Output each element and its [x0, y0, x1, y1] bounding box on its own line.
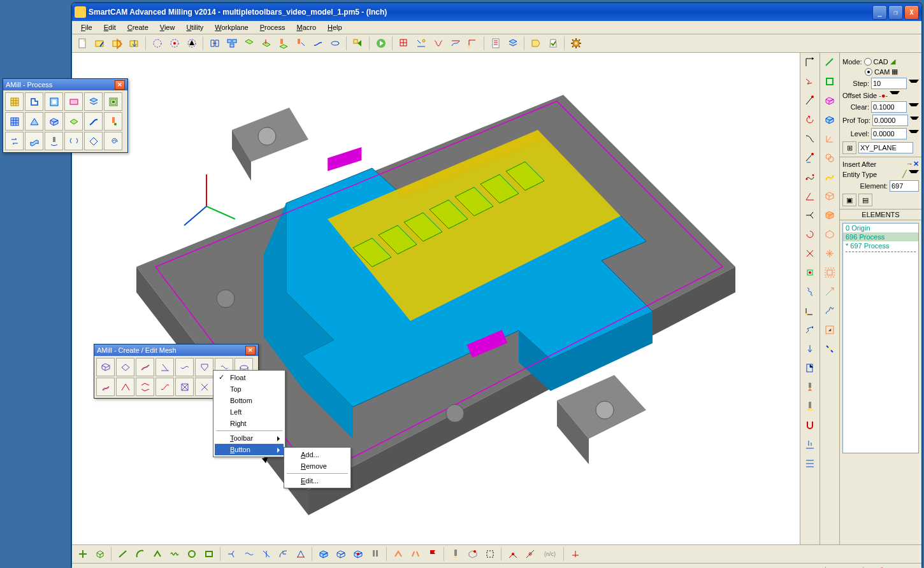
workplane2-icon[interactable]	[258, 35, 275, 52]
rt2-arrow-box-icon[interactable]	[821, 321, 839, 339]
rt-curve-down-icon[interactable]	[801, 130, 819, 148]
rt2-rect-icon[interactable]	[821, 73, 839, 90]
bt-axes-icon[interactable]	[567, 546, 584, 562]
bt-tool-icon[interactable]	[447, 546, 464, 562]
list-item-696[interactable]: 696 Process	[843, 232, 918, 241]
menu-create[interactable]: Create	[122, 22, 154, 32]
list-item-origin[interactable]: 0 Origin	[843, 224, 918, 232]
profile-icon[interactable]	[310, 35, 326, 52]
panels-icon[interactable]	[224, 35, 240, 52]
context-menu-dock[interactable]: Float Top Bottom Left Right Toolbar Butt…	[213, 370, 285, 457]
step-dropdown[interactable]	[909, 80, 919, 88]
rt-zigpath-icon[interactable]	[801, 321, 819, 339]
bt-line-icon[interactable]	[115, 546, 131, 562]
fm-meshE-icon[interactable]	[195, 378, 213, 396]
rt-lines-icon[interactable]	[801, 455, 819, 472]
rt2-box-blue-icon[interactable]	[821, 111, 839, 129]
float-process[interactable]: AMill - Process ✕	[3, 78, 128, 153]
fm-mesh5-icon[interactable]	[175, 358, 194, 376]
offset-dropdown[interactable]	[890, 91, 900, 99]
grid-move-icon[interactable]	[396, 35, 412, 52]
fm-mesh1-icon[interactable]	[96, 358, 115, 376]
bt-snap-icon[interactable]	[505, 546, 521, 562]
merge-icon[interactable]	[206, 35, 223, 52]
ctx-remove[interactable]: Remove	[285, 460, 349, 472]
bt-redflag-icon[interactable]	[424, 546, 441, 562]
fp-profile-icon[interactable]	[25, 92, 43, 111]
fp-swap-icon[interactable]	[5, 132, 24, 150]
select-loop-icon[interactable]	[149, 35, 166, 52]
rt-doc-icon[interactable]	[801, 359, 819, 377]
bt-trim-icon[interactable]	[224, 546, 240, 562]
rt-zigzag-icon[interactable]	[801, 73, 819, 90]
clear-dropdown[interactable]	[909, 103, 919, 111]
menu-help[interactable]: Help	[322, 22, 347, 32]
bt-split-icon[interactable]	[258, 546, 275, 562]
fm-meshA-icon[interactable]	[116, 378, 134, 396]
proftop-dropdown[interactable]	[910, 117, 919, 125]
fm-mesh2-icon[interactable]	[116, 358, 134, 376]
fp-planar-icon[interactable]	[64, 112, 83, 131]
rt2-shade-icon[interactable]	[821, 206, 839, 224]
rt-helix-icon[interactable]	[801, 283, 819, 301]
menu-file[interactable]: File	[76, 22, 97, 32]
rt-magnet-icon[interactable]	[801, 416, 819, 434]
elem-btn-1[interactable]: ▣	[842, 194, 856, 206]
level-dropdown[interactable]	[909, 130, 919, 138]
layers-icon[interactable]	[505, 35, 521, 52]
fp-mill-icon[interactable]	[104, 112, 122, 131]
rt2-wire-icon[interactable]	[821, 187, 839, 205]
ctx-left[interactable]: Left	[215, 406, 284, 418]
rt2-curve-icon[interactable]	[821, 168, 839, 186]
select-arrow-icon[interactable]	[184, 35, 200, 52]
ctx-add[interactable]: Add...	[285, 449, 349, 460]
bt-box3d-icon[interactable]	[315, 546, 332, 562]
tool-icon[interactable]	[275, 35, 292, 52]
menu-edit[interactable]: Edit	[99, 22, 121, 32]
ctx-toolbar[interactable]: Toolbar	[215, 432, 284, 444]
play-green-icon[interactable]	[373, 35, 389, 52]
ctx-button[interactable]: Button	[215, 444, 284, 455]
select-dot-icon[interactable]	[166, 35, 183, 52]
rt2-line-icon[interactable]	[821, 53, 839, 71]
fp-tiers-icon[interactable]	[84, 92, 103, 111]
fp-face-icon[interactable]	[64, 92, 83, 111]
rt-arrow-down-icon[interactable]	[801, 340, 819, 358]
rt-axis-origin-icon[interactable]	[801, 302, 819, 320]
float-process-close[interactable]: ✕	[115, 80, 125, 90]
fm-meshB-icon[interactable]	[136, 378, 154, 396]
bt-tools-icon[interactable]	[367, 546, 384, 562]
align-icon[interactable]	[413, 35, 430, 52]
ctx-right[interactable]: Right	[215, 418, 284, 429]
viewport-3d[interactable]	[72, 53, 800, 544]
convert-icon[interactable]	[350, 35, 366, 52]
bt-nvc-icon[interactable]: (n/c)	[539, 546, 561, 562]
bt-wave-icon[interactable]	[166, 546, 183, 562]
bt-cross-icon[interactable]	[75, 546, 91, 562]
ctx-top[interactable]: Top	[215, 383, 284, 395]
rt2-diag-icon[interactable]	[821, 283, 839, 301]
bt-cube-icon[interactable]	[92, 546, 108, 562]
snap-corner-icon[interactable]	[465, 35, 481, 52]
rt-snap-green-icon[interactable]	[801, 264, 819, 281]
save-icon[interactable]	[126, 35, 143, 52]
menu-workplane[interactable]: Workplane	[210, 22, 253, 32]
bt-arc-icon[interactable]	[132, 546, 148, 562]
bt-chev3-icon[interactable]	[407, 546, 424, 562]
element-input[interactable]	[890, 180, 919, 192]
rt2-iso-icon[interactable]	[821, 225, 839, 243]
loop-icon[interactable]	[327, 35, 343, 52]
bt-rect-icon[interactable]	[201, 546, 217, 562]
maximize-button[interactable]: ❐	[888, 5, 903, 20]
rt-tool-bar-icon[interactable]	[801, 397, 819, 415]
bt-chev2-icon[interactable]	[390, 546, 407, 562]
bt-select-rect-icon[interactable]	[482, 546, 498, 562]
fm-mesh9-icon[interactable]	[96, 378, 115, 396]
level-input[interactable]	[871, 128, 907, 139]
fp-grid-icon[interactable]	[5, 92, 24, 111]
gear-icon[interactable]	[568, 35, 584, 52]
step-input[interactable]	[871, 78, 907, 89]
rt-rotcw-icon[interactable]	[801, 225, 819, 243]
fp-pocket-icon[interactable]	[45, 92, 63, 111]
fp-grid2-icon[interactable]	[5, 112, 24, 131]
